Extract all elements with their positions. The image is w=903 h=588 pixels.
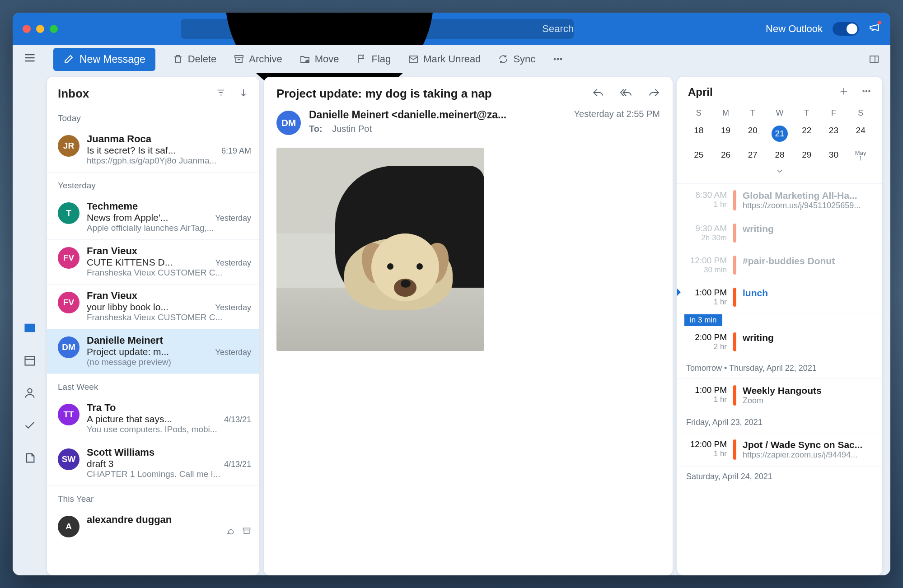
content-area: Inbox TodayJRJuanma RocaIs it secret? Is… [13,73,890,575]
svg-point-9 [557,59,559,60]
agenda-item[interactable]: 2:00 PM2 hrwriting [677,326,882,358]
message-row[interactable]: SWScott Williamsdraft 34/13/21CHAPTER 1 … [47,441,259,486]
calendar-day[interactable]: 19 [712,121,739,146]
message-date: 6:19 AM [221,146,251,156]
calendar-day[interactable]: 18 [685,121,712,146]
minimize-window-button[interactable] [36,25,44,33]
svg-rect-14 [25,357,35,365]
titlebar: Search New Outlook [13,13,890,45]
message-from: Tra To [87,402,251,414]
agenda-item[interactable]: 12:00 PM1 hrJpot / Wade Sync on Sac...ht… [677,433,882,467]
agenda-title: Weekly Hangouts [743,385,873,396]
archive-button[interactable]: Archive [234,53,282,65]
agenda-color-bar [733,224,736,243]
sync-label: Sync [513,53,535,65]
message-date: 4/13/21 [224,460,251,469]
message-row[interactable]: FVFran Vieuxyour libby book lo...Yesterd… [47,285,259,329]
calendar-day[interactable]: 23 [820,121,847,146]
more-button[interactable] [552,54,563,65]
agenda-separator: Friday, April 23, 2021 [677,412,882,433]
sync-button[interactable]: Sync [498,53,535,65]
calendar-day[interactable]: 25 [685,146,712,165]
calendar-more-button[interactable] [861,86,871,98]
new-message-button[interactable]: New Message [53,48,155,71]
forward-button[interactable] [648,87,660,101]
calendar-day[interactable]: 24 [847,121,874,146]
recipient-name: Justin Pot [332,124,372,134]
calendar-dow: W [766,105,793,121]
svg-point-8 [554,59,556,60]
agenda-item[interactable]: 1:00 PM1 hrlunch [677,281,882,313]
search-input[interactable]: Search [181,19,574,39]
svg-point-24 [866,91,867,92]
filter-button[interactable] [216,87,226,101]
message-date: Yesterday [215,348,251,357]
nav-people[interactable] [23,387,36,401]
message-row[interactable]: DMDanielle MeinertProject update: m...Ye… [47,329,259,374]
reply-all-button[interactable] [620,87,632,101]
new-outlook-toggle[interactable] [833,22,859,36]
mark-unread-button[interactable]: Mark Unread [408,53,481,65]
message-list-pane: Inbox TodayJRJuanma RocaIs it secret? Is… [47,77,259,575]
sender-avatar: DM [276,111,301,135]
section-label: This Year [47,486,259,509]
message-preview: Fransheska Vieux CUSTOMER C... [87,268,251,278]
message-preview: Fransheska Vieux CUSTOMER C... [87,313,251,322]
nav-mail[interactable] [23,322,36,336]
calendar-day[interactable]: 30 [820,146,847,165]
mini-calendar[interactable]: SMTWTFS 18192021222324252627282930May1 [677,102,882,183]
calendar-day[interactable]: 28 [766,146,793,165]
flag-button[interactable]: Flag [356,53,391,65]
sort-button[interactable] [239,87,248,101]
avatar: SW [58,448,80,470]
agenda-title: lunch [743,288,873,299]
nav-notes[interactable] [23,452,36,466]
zoom-window-button[interactable] [50,25,58,33]
reply-button[interactable] [592,87,604,101]
feedback-button[interactable] [869,22,880,36]
agenda-color-bar [733,190,736,210]
check-icon [23,419,36,432]
agenda-item[interactable]: 1:00 PM1 hrWeekly HangoutsZoom [677,379,882,412]
flag-icon [356,54,367,65]
message-preview: CHAPTER 1 Loomings. Call me I... [87,469,251,479]
message-row[interactable]: TTTra ToA picture that says...4/13/21You… [47,397,259,441]
filter-icon [216,88,226,98]
calendar-day[interactable]: 27 [739,146,766,165]
message-preview: Apple officially launches AirTag,... [87,223,251,233]
calendar-day[interactable]: 26 [712,146,739,165]
message-from: Fran Vieux [87,245,251,257]
close-window-button[interactable] [23,25,31,33]
agenda-list: 8:30 AM1 hrGlobal Marketing All-Ha...htt… [677,183,882,575]
message-subject: Project update: my dog is taking a nap [276,87,592,101]
calendar-day[interactable]: 22 [793,121,820,146]
calendar-day[interactable]: 21 [766,121,793,146]
agenda-time: 9:30 AM2h 30m [684,224,727,243]
calendar-day[interactable]: 29 [793,146,820,165]
agenda-title: #pair-buddies Donut [743,256,873,266]
agenda-item[interactable]: 12:00 PM30 min#pair-buddies Donut [677,249,882,281]
calendar-day[interactable]: May1 [847,146,874,165]
folder-title: Inbox [58,87,89,101]
sidebar-toggle-button[interactable] [23,51,36,67]
message-row[interactable]: JRJuanma RocaIs it secret? Is it saf...6… [47,128,259,173]
agenda-title: writing [743,332,873,343]
delete-button[interactable]: Delete [173,53,217,65]
calendar-expand-button[interactable] [685,165,874,182]
nav-calendar[interactable] [23,354,36,369]
message-row[interactable]: Aalexandre duggan [47,509,259,544]
message-row[interactable]: TTechmemeNews from Apple'...YesterdayApp… [47,195,259,240]
trash-icon [173,54,183,65]
agenda-time: 1:00 PM1 hr [684,288,727,307]
calendar-day[interactable]: 20 [739,121,766,146]
move-button[interactable]: Move [299,53,339,65]
add-event-button[interactable] [839,86,849,98]
message-row[interactable]: FVFran VieuxCUTE KITTENS D...YesterdayFr… [47,240,259,285]
message-subject: your libby book lo... [87,302,211,313]
nav-tasks[interactable] [23,419,36,434]
agenda-item[interactable]: 9:30 AM2h 30mwriting [677,217,882,249]
reading-pane-button[interactable] [869,54,880,65]
agenda-item[interactable]: 8:30 AM1 hrGlobal Marketing All-Ha...htt… [677,184,882,217]
new-outlook-label: New Outlook [766,23,823,35]
agenda-time: 8:30 AM1 hr [684,190,727,210]
